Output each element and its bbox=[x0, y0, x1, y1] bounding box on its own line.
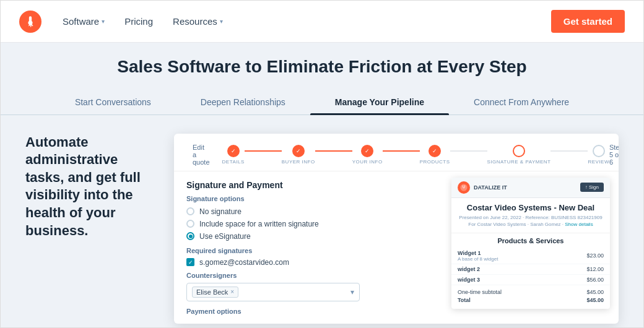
left-description: Automate administrative tasks, and get f… bbox=[25, 134, 149, 240]
nav-resources[interactable]: Resources ▾ bbox=[164, 11, 232, 32]
subtotal-row: One-time subtotal $45.00 bbox=[458, 289, 604, 295]
mini-preview-header: DATALIZE IT ↑ Sign bbox=[451, 178, 610, 198]
navbar: Software ▾ Pricing Resources ▾ Get start… bbox=[1, 1, 643, 43]
step-products: ✓ PRODUCTS bbox=[420, 145, 450, 165]
connector-3 bbox=[383, 150, 420, 152]
item-name: Widget 1 A base of 8 widget bbox=[451, 248, 553, 264]
mini-totals: One-time subtotal $45.00 Total $45.00 bbox=[451, 285, 610, 309]
tabs-container: Start Conversations Deepen Relationships… bbox=[1, 90, 643, 115]
tab-deepen-relationships[interactable]: Deepen Relationships bbox=[176, 90, 310, 114]
required-sig-row: ✓ s.gomez@costarvideo.com bbox=[186, 258, 439, 267]
mini-subtitle: Presented on June 22, 2022 · Reference: … bbox=[451, 214, 610, 233]
mini-preview-wrapper: DATALIZE IT ↑ Sign Costar Video Systems … bbox=[451, 171, 619, 324]
radio-circle-written bbox=[186, 220, 194, 228]
show-details-link[interactable]: Show details bbox=[565, 222, 593, 227]
radio-no-signature[interactable]: No signature bbox=[186, 207, 439, 216]
item-price: $23.00 bbox=[553, 248, 610, 264]
table-row: Widget 1 A base of 8 widget $23.00 bbox=[451, 248, 610, 264]
hero-section: Sales Software to Eliminate Friction at … bbox=[1, 43, 643, 115]
form-content: Signature and Payment Signature options … bbox=[174, 171, 451, 324]
main-content: Automate administrative tasks, and get f… bbox=[1, 115, 643, 327]
mini-preview: DATALIZE IT ↑ Sign Costar Video Systems … bbox=[451, 178, 610, 309]
mini-logo-area: DATALIZE IT bbox=[458, 181, 507, 194]
chevron-down-icon-resources: ▾ bbox=[220, 18, 223, 25]
step-your-info: ✓ YOUR INFO bbox=[352, 145, 383, 165]
step-circle-buyer-info: ✓ bbox=[292, 145, 305, 157]
step-circle-details: ✓ bbox=[227, 145, 240, 157]
item-name: widget 3 bbox=[451, 274, 553, 285]
page-wrapper: Software ▾ Pricing Resources ▾ Get start… bbox=[0, 0, 644, 328]
nav-software[interactable]: Software ▾ bbox=[54, 11, 113, 32]
mini-logo-icon bbox=[458, 181, 470, 194]
nav-pricing[interactable]: Pricing bbox=[116, 11, 162, 32]
required-sig-label: Required signatures bbox=[186, 247, 439, 254]
hubspot-logo bbox=[19, 11, 41, 33]
connector-1 bbox=[245, 150, 282, 152]
remove-tag-button[interactable]: × bbox=[230, 288, 234, 295]
mini-deal-title: Costar Video Systems - New Deal bbox=[451, 198, 610, 214]
check-icon: ✓ bbox=[188, 259, 193, 265]
get-started-button[interactable]: Get started bbox=[551, 10, 625, 33]
dropdown-chevron-icon: ▾ bbox=[350, 288, 354, 296]
item-price: $56.00 bbox=[553, 274, 610, 285]
demo-outer: Signature and Payment Signature options … bbox=[174, 171, 619, 324]
payment-options-label: Payment options bbox=[186, 308, 439, 315]
table-row: widget 3 $56.00 bbox=[451, 274, 610, 285]
item-name: widget 2 bbox=[451, 264, 553, 274]
form-area: Signature and Payment Signature options … bbox=[174, 171, 451, 324]
countersigners-label: Countersigners bbox=[186, 272, 439, 279]
radio-circle-esig bbox=[186, 232, 194, 240]
step-circle-your-info: ✓ bbox=[361, 145, 373, 157]
sig-options-label: Signature options bbox=[186, 195, 439, 202]
mini-products-table: Widget 1 A base of 8 widget $23.00 widge… bbox=[451, 248, 610, 285]
step-circle-sig-payment bbox=[513, 145, 525, 157]
total-row: Total $45.00 bbox=[458, 297, 604, 303]
countersigner-tag: Elise Beck × bbox=[192, 287, 238, 298]
connector-5 bbox=[550, 150, 588, 152]
chevron-down-icon: ▾ bbox=[102, 18, 105, 25]
radio-circle-no-sig bbox=[186, 207, 194, 215]
section-title: Signature and Payment bbox=[186, 180, 439, 190]
required-sig-checkbox[interactable]: ✓ bbox=[186, 258, 194, 266]
connector-2 bbox=[315, 150, 352, 152]
tab-start-conversations[interactable]: Start Conversations bbox=[50, 90, 176, 114]
nav-links: Software ▾ Pricing Resources ▾ bbox=[54, 11, 551, 32]
hero-title: Sales Software to Eliminate Friction at … bbox=[25, 56, 619, 77]
tab-manage-pipeline[interactable]: Manage Your Pipeline bbox=[310, 90, 449, 114]
step-buyer-info: ✓ BUYER INFO bbox=[282, 145, 315, 165]
edit-quote-label: Edit a quote bbox=[193, 144, 210, 166]
table-row: widget 2 $12.00 bbox=[451, 264, 610, 274]
mini-sign-button[interactable]: ↑ Sign bbox=[580, 183, 604, 192]
item-price: $12.00 bbox=[553, 264, 610, 274]
demo-panel: Edit a quote ✓ DETAILS ✓ BUYER INFO bbox=[174, 134, 619, 324]
stepper-bar: Edit a quote ✓ DETAILS ✓ BUYER INFO bbox=[174, 134, 619, 171]
step-circle-review bbox=[593, 145, 605, 157]
radio-written-sig[interactable]: Include space for a written signature bbox=[186, 220, 439, 228]
connector-4 bbox=[450, 150, 487, 152]
radio-esignature[interactable]: Use eSignature bbox=[186, 232, 439, 241]
stepper-steps: ✓ DETAILS ✓ BUYER INFO ✓ YOUR INFO bbox=[222, 145, 609, 165]
step-counter: Step 5 of 6 bbox=[609, 144, 619, 166]
svg-point-2 bbox=[460, 184, 467, 191]
mini-company: DATALIZE IT bbox=[474, 184, 507, 191]
required-sig-email: s.gomez@costarvideo.com bbox=[199, 258, 289, 267]
countersigners-dropdown[interactable]: Elise Beck × ▾ bbox=[186, 283, 360, 301]
step-circle-products: ✓ bbox=[429, 145, 441, 157]
step-review: REVIEW bbox=[588, 145, 609, 165]
mini-products-title: Products & Services bbox=[451, 233, 610, 248]
stepper-row: Edit a quote ✓ DETAILS ✓ BUYER INFO bbox=[186, 144, 606, 166]
step-details: ✓ DETAILS bbox=[222, 145, 245, 165]
tab-connect-anywhere[interactable]: Connect From Anywhere bbox=[449, 90, 594, 114]
step-sig-payment: SIGNATURE & PAYMENT bbox=[487, 145, 551, 165]
